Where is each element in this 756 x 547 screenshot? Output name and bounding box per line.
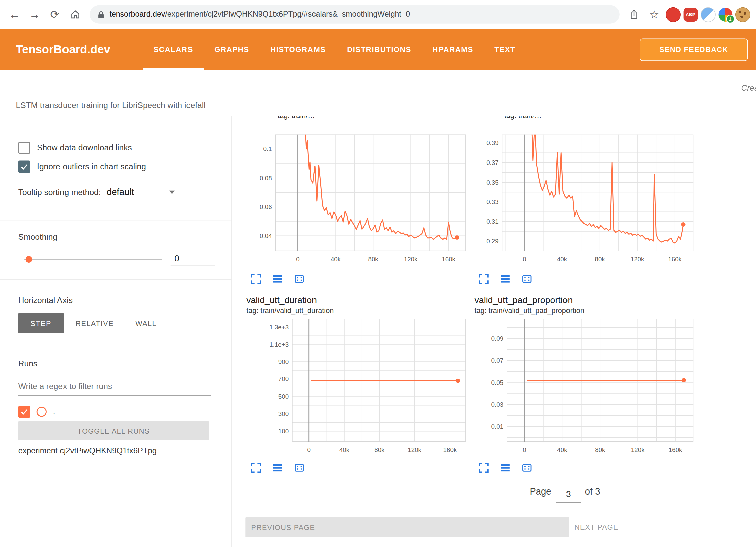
smoothing-value-input[interactable]: [171, 253, 215, 266]
page: ← → ⟳ tensorboard.dev/experiment/cj2vtPi…: [0, 0, 756, 547]
svg-text:0.01: 0.01: [491, 423, 504, 430]
back-button[interactable]: ←: [6, 6, 23, 23]
run-checkbox[interactable]: [18, 406, 30, 418]
tooltip-sorting-label: Tooltip sorting method:: [18, 188, 101, 200]
chart1-tag-clipped: tag: train/…: [278, 116, 393, 121]
axis-wall-button[interactable]: WALL: [128, 313, 164, 333]
home-button[interactable]: [67, 6, 84, 23]
runs-label: Runs: [18, 359, 37, 369]
reload-button[interactable]: ⟳: [46, 6, 64, 23]
svg-text:0.33: 0.33: [486, 198, 499, 205]
tab-graphs[interactable]: GRAPHS: [204, 29, 260, 70]
ignore-outliers-checkbox[interactable]: [18, 160, 30, 173]
chart3-tag: tag: train/valid_utt_duration: [246, 306, 334, 315]
svg-text:120k: 120k: [631, 446, 645, 453]
smoothing-slider-thumb[interactable]: [25, 256, 32, 263]
svg-text:0.39: 0.39: [486, 139, 499, 146]
yaxis-mode-icon[interactable]: [272, 462, 284, 474]
scalar-chart-3[interactable]: 1003005007009001.1e+31.3e+3040k80k120k16…: [268, 319, 466, 458]
scalar-chart-2[interactable]: 0.290.310.330.350.370.39040k80k120k160k: [480, 134, 694, 267]
extension-blue-icon[interactable]: [701, 7, 716, 22]
ignore-outliers-label: Ignore outliers in chart scaling: [37, 162, 146, 172]
svg-text:1.3e+3: 1.3e+3: [269, 324, 289, 331]
axis-relative-button[interactable]: RELATIVE: [71, 313, 119, 333]
svg-text:120k: 120k: [404, 256, 418, 263]
show-download-label: Show data download links: [37, 143, 132, 153]
tab-text[interactable]: TEXT: [484, 29, 526, 70]
tooltip-sorting-dropdown[interactable]: default: [107, 187, 177, 200]
svg-text:160k: 160k: [669, 446, 682, 453]
share-button[interactable]: [625, 6, 643, 23]
forward-button[interactable]: →: [26, 6, 43, 23]
svg-text:700: 700: [278, 375, 289, 382]
svg-text:160k: 160k: [442, 256, 455, 263]
check-icon: [20, 407, 29, 416]
send-feedback-button[interactable]: SEND FEEDBACK: [640, 38, 748, 61]
bookmark-star-button[interactable]: ☆: [646, 6, 663, 23]
yaxis-mode-icon[interactable]: [500, 273, 511, 285]
svg-text:40k: 40k: [557, 446, 568, 453]
tooltip-sorting-row: Tooltip sorting method: default: [18, 187, 177, 200]
axis-step-button[interactable]: STEP: [18, 313, 64, 333]
settings-sidebar: Show data download links Ignore outliers…: [0, 116, 232, 547]
maximize-chart-icon[interactable]: [250, 273, 262, 285]
yaxis-mode-icon[interactable]: [500, 462, 511, 474]
browser-toolbar: ← → ⟳ tensorboard.dev/experiment/cj2vtPi…: [0, 0, 756, 29]
svg-text:0.35: 0.35: [486, 179, 499, 186]
tooltip-sorting-value: default: [107, 187, 134, 197]
ignore-outliers-row[interactable]: Ignore outliers in chart scaling: [18, 160, 146, 173]
created-text: Crea: [741, 84, 756, 93]
show-download-checkbox[interactable]: [18, 142, 30, 154]
scalar-chart-4[interactable]: 0.010.030.050.070.09040k80k120k160k: [484, 319, 693, 458]
horizontal-axis-label: Horizontal Axis: [18, 296, 73, 305]
fit-domain-icon[interactable]: [294, 462, 305, 474]
maximize-chart-icon[interactable]: [478, 273, 490, 285]
svg-text:0.29: 0.29: [486, 238, 499, 245]
svg-text:120k: 120k: [408, 446, 421, 453]
tab-distributions[interactable]: DISTRIBUTIONS: [336, 29, 422, 70]
svg-text:80k: 80k: [595, 256, 605, 263]
run-color-swatch[interactable]: [37, 407, 47, 417]
page-number-input[interactable]: [556, 487, 581, 503]
fit-domain-icon[interactable]: [521, 462, 533, 474]
scalar-chart-1[interactable]: 0.040.060.080.1040k80k120k160k: [254, 134, 466, 267]
svg-text:40k: 40k: [557, 256, 568, 263]
svg-text:0.08: 0.08: [260, 175, 272, 182]
extension-abp-icon[interactable]: ABP: [684, 7, 698, 21]
svg-text:0: 0: [523, 446, 526, 453]
smoothing-label: Smoothing: [18, 232, 57, 242]
tab-scalars[interactable]: SCALARS: [143, 29, 204, 70]
svg-text:0.04: 0.04: [260, 232, 272, 239]
maximize-chart-icon[interactable]: [250, 462, 262, 474]
experiment-description: LSTM transducer training for LibriSpeech…: [16, 101, 206, 111]
cookie-icon[interactable]: [735, 7, 750, 22]
maximize-chart-icon[interactable]: [478, 462, 490, 474]
tab-hparams[interactable]: HPARAMS: [422, 29, 484, 70]
svg-text:0.03: 0.03: [491, 401, 504, 408]
address-bar[interactable]: tensorboard.dev/experiment/cj2vtPiwQHKN9…: [90, 5, 619, 24]
smoothing-slider[interactable]: [24, 259, 162, 260]
extension-profile-icon[interactable]: 1: [718, 7, 732, 21]
runs-filter-input[interactable]: [18, 379, 211, 396]
extension-adblock-icon[interactable]: [666, 7, 681, 22]
svg-text:500: 500: [278, 393, 289, 400]
fit-domain-icon[interactable]: [521, 273, 533, 285]
svg-text:80k: 80k: [374, 446, 385, 453]
tab-histograms[interactable]: HISTOGRAMS: [260, 29, 336, 70]
svg-text:0.09: 0.09: [491, 335, 504, 342]
experiment-banner: Crea LSTM transducer training for LibriS…: [0, 70, 756, 115]
url-text[interactable]: tensorboard.dev/experiment/cj2vtPiwQHKN9…: [109, 10, 410, 19]
svg-text:0.05: 0.05: [491, 379, 504, 386]
url-path: /experiment/cj2vtPiwQHKN9Q1tx6PTpg/#scal…: [165, 10, 410, 18]
run-row[interactable]: .: [18, 406, 55, 418]
yaxis-mode-icon[interactable]: [272, 273, 284, 285]
chart1-actions: [250, 273, 305, 285]
svg-text:0: 0: [523, 256, 526, 263]
next-page-button[interactable]: NEXT PAGE: [574, 517, 618, 537]
toggle-all-runs-button[interactable]: TOGGLE ALL RUNS: [18, 421, 209, 440]
fit-domain-icon[interactable]: [294, 273, 305, 285]
previous-page-button[interactable]: PREVIOUS PAGE: [245, 517, 569, 537]
show-download-row[interactable]: Show data download links: [18, 142, 132, 154]
svg-text:0.37: 0.37: [486, 159, 499, 166]
home-icon: [70, 9, 81, 20]
